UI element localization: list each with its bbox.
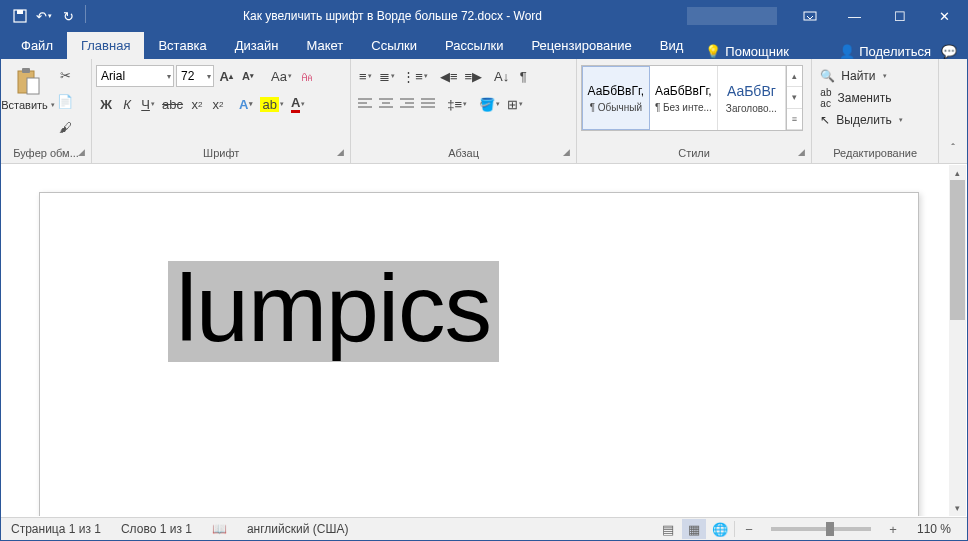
- group-editing: 🔍Найти▾ abacЗаменить ↖Выделить▾ Редактир…: [812, 59, 939, 163]
- tab-design[interactable]: Дизайн: [221, 32, 293, 59]
- highlight-icon[interactable]: ab▾: [257, 93, 286, 115]
- svg-rect-1: [17, 10, 23, 14]
- styles-launcher[interactable]: ◢: [798, 147, 805, 157]
- paste-button[interactable]: Вставить▾: [5, 65, 51, 113]
- font-size-combo[interactable]: 72▾: [176, 65, 214, 87]
- print-layout-icon[interactable]: ▦: [682, 519, 706, 539]
- align-right-icon[interactable]: [397, 93, 417, 115]
- zoom-out-icon[interactable]: −: [737, 519, 761, 539]
- zoom-level[interactable]: 110 %: [907, 522, 961, 536]
- format-painter-icon[interactable]: 🖌: [55, 117, 75, 137]
- zoom-in-icon[interactable]: +: [881, 519, 905, 539]
- multilevel-list-icon[interactable]: ⋮≡▾: [399, 65, 431, 87]
- collapse-ribbon-icon[interactable]: ˆ: [943, 137, 963, 159]
- subscript-button[interactable]: x2: [187, 93, 207, 115]
- scroll-up-icon[interactable]: ▴: [949, 165, 966, 181]
- select-button[interactable]: ↖Выделить▾: [816, 109, 906, 131]
- clipboard-launcher[interactable]: ◢: [78, 147, 85, 157]
- scroll-thumb[interactable]: [950, 180, 965, 320]
- strikethrough-button[interactable]: abc: [159, 93, 186, 115]
- show-marks-icon[interactable]: ¶: [513, 65, 533, 87]
- line-spacing-icon[interactable]: ‡≡▾: [444, 93, 470, 115]
- tab-layout[interactable]: Макет: [292, 32, 357, 59]
- increase-indent-icon[interactable]: ≡▶: [461, 65, 485, 87]
- save-icon[interactable]: [9, 5, 31, 27]
- page[interactable]: lumpics: [39, 192, 919, 516]
- read-mode-icon[interactable]: ▤: [656, 519, 680, 539]
- clipboard-icon: [12, 67, 44, 99]
- page-indicator[interactable]: Страница 1 из 1: [1, 522, 111, 536]
- change-case-icon[interactable]: Aa▾: [268, 65, 295, 87]
- numbering-icon[interactable]: ≣▾: [376, 65, 398, 87]
- align-center-icon[interactable]: [376, 93, 396, 115]
- maximize-icon[interactable]: ☐: [877, 1, 922, 31]
- font-launcher[interactable]: ◢: [337, 147, 344, 157]
- justify-icon[interactable]: [418, 93, 438, 115]
- share-icon: 👤: [839, 44, 855, 59]
- tab-insert[interactable]: Вставка: [144, 32, 220, 59]
- superscript-button[interactable]: x2: [208, 93, 228, 115]
- search-icon: 🔍: [820, 69, 835, 83]
- find-button[interactable]: 🔍Найти▾: [816, 65, 890, 87]
- ribbon-options-icon[interactable]: [787, 1, 832, 31]
- styles-down-icon[interactable]: ▾: [787, 87, 802, 108]
- document-title: Как увеличить шрифт в Ворде больше 72.do…: [98, 9, 687, 23]
- spell-check-icon[interactable]: 📖: [202, 522, 237, 536]
- shrink-font-icon[interactable]: A▾: [238, 65, 258, 87]
- ribbon-tabs: Файл Главная Вставка Дизайн Макет Ссылки…: [1, 31, 967, 59]
- style-normal[interactable]: АаБбВвГг, ¶ Обычный: [582, 66, 650, 130]
- tab-mailings[interactable]: Рассылки: [431, 32, 517, 59]
- minimize-icon[interactable]: —: [832, 1, 877, 31]
- tab-home[interactable]: Главная: [67, 32, 144, 59]
- clear-formatting-icon[interactable]: 🗛: [297, 65, 317, 87]
- tell-me[interactable]: 💡Помощник: [705, 44, 789, 59]
- bold-button[interactable]: Ж: [96, 93, 116, 115]
- zoom-slider[interactable]: [771, 527, 871, 531]
- language-indicator[interactable]: английский (США): [237, 522, 358, 536]
- font-name-combo[interactable]: Arial▾: [96, 65, 174, 87]
- tab-view[interactable]: Вид: [646, 32, 698, 59]
- decrease-indent-icon[interactable]: ◀≡: [437, 65, 461, 87]
- font-color-icon[interactable]: A▾: [288, 93, 308, 115]
- align-left-icon[interactable]: [355, 93, 375, 115]
- text-effects-icon[interactable]: A▾: [236, 93, 256, 115]
- comments-icon[interactable]: 💬: [941, 44, 957, 59]
- replace-icon: abac: [820, 87, 831, 109]
- group-styles: АаБбВвГг, ¶ Обычный АаБбВвГг, ¶ Без инте…: [577, 59, 812, 163]
- paragraph-launcher[interactable]: ◢: [563, 147, 570, 157]
- word-count[interactable]: Слово 1 из 1: [111, 522, 202, 536]
- group-paragraph: ≡▾ ≣▾ ⋮≡▾ ◀≡ ≡▶ A↓ ¶ ‡≡▾ 🪣▾ ⊞▾: [351, 59, 577, 163]
- undo-icon[interactable]: ↶▾: [33, 5, 55, 27]
- styles-more-icon[interactable]: ≡: [787, 109, 802, 130]
- redo-icon[interactable]: ↻: [57, 5, 79, 27]
- sort-icon[interactable]: A↓: [491, 65, 512, 87]
- share-button[interactable]: 👤Поделиться: [839, 44, 931, 59]
- grow-font-icon[interactable]: A▴: [216, 65, 236, 87]
- zoom-thumb[interactable]: [826, 522, 834, 536]
- user-badge[interactable]: [687, 7, 777, 25]
- cut-icon[interactable]: ✂: [55, 65, 75, 85]
- svg-rect-4: [22, 68, 30, 73]
- vertical-scrollbar[interactable]: ▴ ▾: [949, 165, 966, 516]
- scroll-down-icon[interactable]: ▾: [949, 500, 966, 516]
- group-font: Arial▾ 72▾ A▴ A▾ Aa▾ 🗛 Ж К Ч▾ abc x2 x2 …: [92, 59, 351, 163]
- web-layout-icon[interactable]: 🌐: [708, 519, 732, 539]
- tab-review[interactable]: Рецензирование: [517, 32, 645, 59]
- close-icon[interactable]: ✕: [922, 1, 967, 31]
- styles-scroll: ▴ ▾ ≡: [786, 66, 802, 130]
- style-no-spacing[interactable]: АаБбВвГг, ¶ Без инте...: [650, 66, 718, 130]
- selected-text[interactable]: lumpics: [168, 261, 499, 362]
- bullets-icon[interactable]: ≡▾: [355, 65, 375, 87]
- tab-references[interactable]: Ссылки: [357, 32, 431, 59]
- svg-rect-5: [27, 78, 39, 94]
- borders-icon[interactable]: ⊞▾: [504, 93, 526, 115]
- underline-button[interactable]: Ч▾: [138, 93, 158, 115]
- copy-icon[interactable]: 📄: [55, 91, 75, 111]
- shading-icon[interactable]: 🪣▾: [476, 93, 503, 115]
- italic-button[interactable]: К: [117, 93, 137, 115]
- style-heading[interactable]: АаБбВг Заголово...: [718, 66, 786, 130]
- replace-button[interactable]: abacЗаменить: [816, 87, 895, 109]
- document-area[interactable]: lumpics: [1, 164, 967, 516]
- styles-up-icon[interactable]: ▴: [787, 66, 802, 87]
- tab-file[interactable]: Файл: [7, 32, 67, 59]
